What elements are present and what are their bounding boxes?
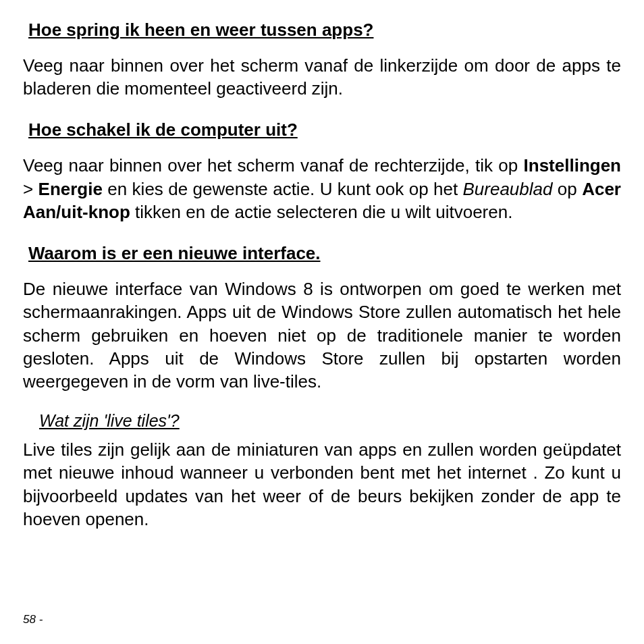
- document-page: Hoe spring ik heen en weer tussen apps? …: [0, 0, 644, 644]
- paragraph-new-interface: De nieuwe interface van Windows 8 is ont…: [23, 277, 621, 394]
- page-number: 58 -: [23, 613, 43, 626]
- italic-bureaublad: Bureaublad: [462, 179, 552, 199]
- heading-shutdown: Hoe schakel ik de computer uit?: [28, 119, 621, 142]
- heading-switch-apps: Hoe spring ik heen en weer tussen apps?: [28, 19, 621, 42]
- text-run: op: [552, 179, 582, 199]
- paragraph-live-tiles: Live tiles zijn gelijk aan de miniaturen…: [23, 438, 621, 531]
- subheading-live-tiles: Wat zijn 'live tiles'?: [39, 410, 621, 432]
- text-run: en kies de gewenste actie. U kunt ook op…: [103, 179, 463, 199]
- paragraph-switch-apps: Veeg naar binnen over het scherm vanaf d…: [23, 54, 621, 101]
- bold-instellingen: Instellingen: [524, 155, 621, 176]
- text-run: tikken en de actie selecteren die u wilt…: [130, 202, 513, 222]
- text-separator: >: [23, 179, 38, 199]
- paragraph-shutdown: Veeg naar binnen over het scherm vanaf d…: [23, 154, 621, 223]
- bold-energie: Energie: [38, 179, 103, 199]
- heading-new-interface: Waarom is er een nieuwe interface.: [28, 242, 621, 265]
- text-run: Veeg naar binnen over het scherm vanaf d…: [23, 155, 524, 176]
